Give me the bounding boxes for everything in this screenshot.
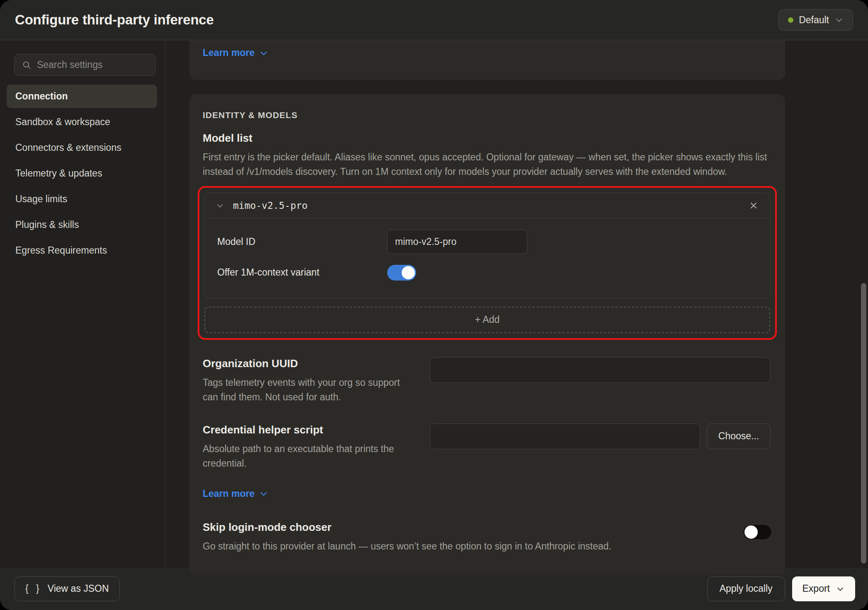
view-as-json-button[interactable]: { } View as JSON [15, 576, 120, 601]
dialog-title: Configure third-party inference [15, 12, 214, 28]
model-list-annotation-highlight: mimo-v2.5-pro Model ID [198, 186, 777, 340]
dialog-body: Connection Sandbox & workspace Connector… [0, 40, 868, 567]
organization-uuid-row: Organization UUID Tags telemetry events … [203, 357, 772, 404]
learn-more-label: Learn more [203, 47, 255, 58]
previous-section-card: Learn more [189, 40, 785, 80]
profile-selector-button[interactable]: Default [778, 9, 853, 31]
settings-content: Learn more IDENTITY & MODELS Model list … [165, 40, 868, 567]
sidebar-item-egress-requirements[interactable]: Egress Requirements [7, 239, 157, 262]
view-as-json-label: View as JSON [48, 583, 109, 594]
context-variant-label: Offer 1M-context variant [217, 267, 387, 278]
skip-login-toggle[interactable] [743, 524, 772, 540]
chevron-down-icon [259, 489, 269, 499]
skip-login-title: Skip login-mode chooser [203, 521, 611, 534]
model-list-description: First entry is the picker default. Alias… [203, 150, 772, 179]
skip-login-description: Go straight to this provider at launch —… [203, 539, 611, 554]
sidebar-item-plugins-skills[interactable]: Plugins & skills [7, 213, 157, 237]
learn-more-link-credential[interactable]: Learn more [203, 488, 269, 499]
sidebar-item-sandbox-workspace[interactable]: Sandbox & workspace [7, 110, 157, 134]
search-settings-box[interactable] [14, 54, 156, 76]
scrollbar-thumb[interactable] [861, 283, 866, 564]
skip-login-row: Skip login-mode chooser Go straight to t… [203, 521, 772, 554]
collapse-chevron-icon[interactable] [216, 201, 225, 210]
apply-locally-button[interactable]: Apply locally [707, 576, 785, 601]
settings-sidebar: Connection Sandbox & workspace Connector… [0, 40, 165, 567]
credential-helper-row: Credential helper script Absolute path t… [203, 424, 772, 499]
chevron-down-icon [834, 15, 844, 24]
remove-model-button[interactable] [748, 200, 759, 211]
export-label: Export [803, 583, 830, 594]
add-model-button[interactable]: + Add [204, 307, 770, 333]
profile-selector-label: Default [799, 15, 829, 26]
section-heading: IDENTITY & MODELS [203, 110, 772, 120]
close-icon [748, 200, 759, 211]
settings-dialog: Configure third-party inference Default … [0, 0, 868, 610]
organization-uuid-input[interactable] [430, 357, 771, 383]
search-icon [22, 60, 32, 70]
context-variant-toggle[interactable] [387, 265, 416, 281]
model-entry-name: mimo-v2.5-pro [233, 200, 308, 211]
model-list-title: Model list [203, 132, 772, 145]
braces-icon: { } [25, 583, 42, 594]
chevron-down-icon [259, 48, 269, 58]
identity-models-card: IDENTITY & MODELS Model list First entry… [189, 94, 785, 575]
credential-helper-title: Credential helper script [203, 424, 430, 436]
credential-helper-description: Absolute path to an executable that prin… [203, 442, 402, 471]
model-entry-body: Model ID Offer 1M-context variant [205, 218, 770, 298]
chevron-down-icon [836, 584, 845, 593]
toggle-knob [402, 266, 415, 279]
model-entry-header[interactable]: mimo-v2.5-pro [205, 193, 770, 218]
organization-uuid-description: Tags telemetry events with your org so s… [203, 375, 402, 404]
model-id-label: Model ID [217, 236, 387, 247]
dialog-header: Configure third-party inference Default [0, 0, 868, 40]
toggle-knob [744, 525, 758, 539]
learn-more-link-top[interactable]: Learn more [203, 47, 269, 58]
sidebar-item-telemetry-updates[interactable]: Telemetry & updates [7, 162, 157, 185]
export-button[interactable]: Export [792, 576, 855, 601]
sidebar-item-connectors-extensions[interactable]: Connectors & extensions [7, 136, 157, 160]
sidebar-item-connection[interactable]: Connection [7, 85, 157, 108]
learn-more-label: Learn more [203, 488, 255, 499]
organization-uuid-title: Organization UUID [203, 357, 430, 370]
choose-file-button[interactable]: Choose... [707, 424, 771, 449]
sidebar-item-usage-limits[interactable]: Usage limits [7, 187, 157, 211]
search-settings-input[interactable] [37, 59, 148, 70]
status-dot-icon [788, 17, 793, 23]
model-entry-card: mimo-v2.5-pro Model ID [204, 193, 770, 298]
model-id-input[interactable] [387, 230, 527, 254]
credential-helper-input[interactable] [430, 424, 700, 449]
